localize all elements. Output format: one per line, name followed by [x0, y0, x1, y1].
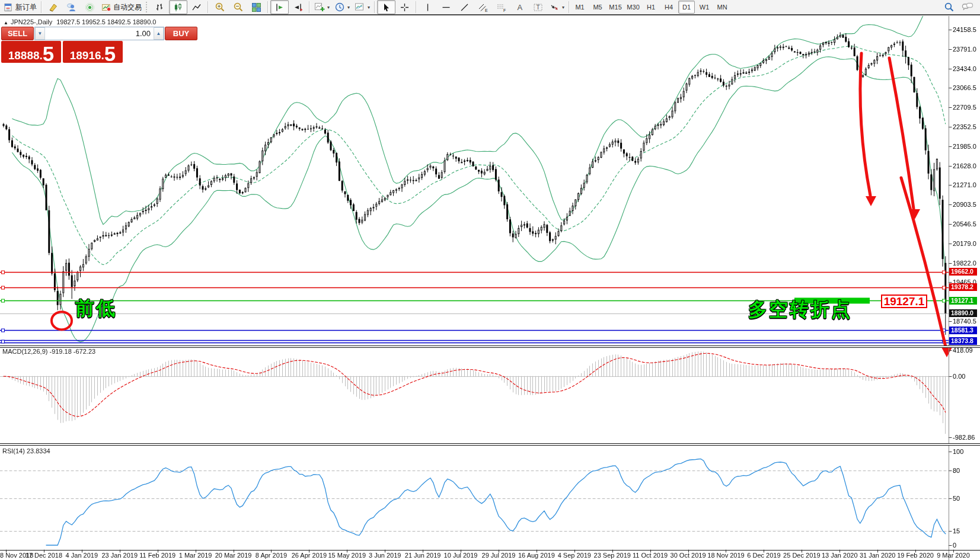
date-tick-label: 29 Jul 2019 [482, 552, 516, 559]
line-chart-button[interactable] [187, 0, 206, 14]
fibonacci-button[interactable]: F [492, 0, 510, 14]
date-tick-label: 13 Jan 2020 [822, 552, 858, 559]
zoom-in-icon [215, 2, 225, 12]
turning-point-annotation[interactable]: 多空转折点 [748, 297, 852, 323]
chart-canvas[interactable] [0, 0, 980, 560]
price-tick-label: 21628.0 [953, 162, 976, 169]
timeframe-button-mn[interactable]: MN [714, 1, 730, 14]
timeframe-button-h4[interactable]: H4 [660, 1, 677, 14]
candlestick-button[interactable] [169, 0, 187, 14]
bar-chart-button[interactable] [151, 0, 169, 14]
horizontal-line-button[interactable] [437, 0, 455, 14]
rsi-indicator-label: RSI(14) 23.8334 [2, 447, 50, 455]
text-label-button[interactable]: T [529, 0, 547, 14]
rsi-pane-divider[interactable] [0, 443, 980, 446]
macd-tick-label: -982.86 [953, 434, 975, 441]
zoom-out-button[interactable] [229, 0, 247, 14]
candlestick-icon [173, 2, 183, 12]
date-tick-label: 8 Apr 2019 [256, 552, 287, 559]
one-click-trading-panel: SELL ▼ ▲ BUY 18888.5 18916.5 [1, 27, 123, 63]
templates-button[interactable]: ▾ [352, 0, 372, 14]
arrows-button[interactable]: ▾ [547, 0, 567, 14]
autotrading-button[interactable]: 自动交易 [99, 0, 144, 14]
price-tick-label: 20903.5 [953, 201, 976, 208]
zoom-in-button[interactable] [210, 0, 229, 14]
tile-windows-button[interactable] [247, 0, 266, 14]
arrows-icon [550, 2, 560, 12]
rsi-tick-label: 80 [953, 467, 960, 474]
timeframe-button-h1[interactable]: H1 [643, 1, 659, 14]
trendline-button[interactable] [455, 0, 474, 14]
timeframe-button-d1[interactable]: D1 [678, 1, 695, 14]
price-level-badge: 19378.2 [949, 283, 977, 291]
chat-button[interactable] [958, 0, 976, 14]
text-button[interactable]: A [510, 0, 529, 14]
separator [309, 1, 310, 13]
panel-collapse-icon[interactable]: ▲ [4, 20, 8, 25]
timeframe-button-m1[interactable]: M1 [572, 1, 588, 14]
timeframe-button-w1[interactable]: W1 [696, 1, 713, 14]
date-tick-label: 21 Jun 2019 [405, 552, 441, 559]
rsi-tick-label: 0 [953, 542, 956, 549]
prev-low-annotation[interactable]: 前低 [75, 296, 117, 322]
price-level-badge: 18581.3 [949, 327, 977, 334]
volume-stepper: ▼ ▲ [34, 27, 164, 40]
date-tick-label: 4 Jan 2019 [66, 552, 98, 559]
buy-price-display[interactable]: 18916.5 [63, 41, 123, 63]
new-order-button[interactable]: 新订单 [1, 0, 39, 14]
zoom-out-icon [233, 2, 244, 12]
date-tick-label: 4 Sep 2019 [558, 552, 591, 559]
chart-ohlc-values: 19827.5 19952.5 18492.5 18890.0 [56, 18, 156, 25]
svg-text:A: A [518, 3, 523, 12]
price-level-badge: 19127.1 [949, 297, 977, 305]
profile-button[interactable] [62, 0, 81, 14]
sell-price-display[interactable]: 18888.5 [1, 41, 61, 63]
metaeditor-button[interactable] [44, 0, 62, 14]
date-tick-label: 26 Apr 2019 [292, 552, 327, 559]
signals-icon [85, 2, 95, 12]
timeframe-button-m30[interactable]: M30 [625, 1, 641, 14]
equidistant-channel-button[interactable]: E [474, 0, 492, 14]
date-tick-label: 11 Feb 2019 [139, 552, 175, 559]
date-tick-label: 25 Dec 2019 [783, 552, 820, 559]
macd-pane-divider[interactable] [0, 345, 980, 348]
buy-button[interactable]: BUY [165, 27, 197, 40]
svg-text:T: T [536, 4, 540, 11]
volume-decrease-button[interactable]: ▼ [35, 27, 45, 40]
price-level-badge: 18890.0 [949, 309, 977, 317]
price-tick-label: 21271.0 [953, 181, 976, 188]
autotrading-label: 自动交易 [113, 2, 142, 12]
macd-tick-label: 0.00 [953, 373, 965, 380]
auto-scroll-button[interactable] [270, 0, 289, 14]
trendline-icon [459, 2, 470, 12]
text-label-icon: T [533, 2, 544, 12]
search-button[interactable] [940, 0, 958, 14]
tile-windows-icon [251, 2, 261, 12]
signals-button[interactable] [81, 0, 99, 14]
periods-button[interactable]: ▾ [332, 0, 352, 14]
chart-shift-button[interactable] [289, 0, 307, 14]
cursor-button[interactable] [377, 0, 395, 14]
date-tick-label: 20 Mar 2019 [215, 552, 252, 559]
level-price-label[interactable]: 19127.1 [881, 295, 927, 308]
timeframe-button-m5[interactable]: M5 [589, 1, 606, 14]
time-axis-line [0, 550, 980, 551]
toolbar-grip [146, 2, 149, 12]
date-tick-label: 6 Dec 2019 [747, 552, 780, 559]
volume-input[interactable] [45, 27, 154, 40]
date-tick-label: 19 Feb 2020 [897, 552, 934, 559]
price-tick-label: 20179.0 [953, 240, 976, 247]
timeframe-button-m15[interactable]: M15 [607, 1, 624, 14]
indicators-button[interactable]: ▾ [312, 0, 332, 14]
macd-indicator-label: MACD(12,26,9) -919.18 -672.23 [2, 348, 95, 355]
crosshair-icon [400, 2, 410, 12]
buy-price-main: 18916. [70, 50, 104, 62]
volume-increase-button[interactable]: ▲ [154, 27, 164, 40]
toolbar: 新订单 自动交易 ▾ ▾ ▾ E F A T ▾ M1M5M15M30H1H4D… [0, 0, 980, 15]
chart-symbol-label: JPN225-,Daily [11, 18, 52, 25]
date-tick-label: 10 Jul 2019 [444, 552, 478, 559]
crosshair-button[interactable] [395, 0, 414, 14]
vertical-line-button[interactable] [419, 0, 437, 14]
sell-button[interactable]: SELL [1, 27, 34, 40]
price-tick-label: 22709.5 [953, 104, 976, 111]
